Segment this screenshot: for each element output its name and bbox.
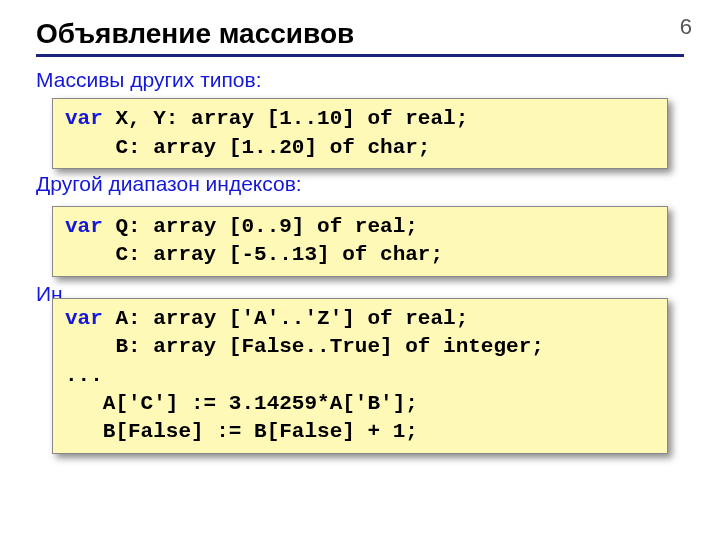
code-body-1: X, Y: array [1..10] of real; C: array [1… — [65, 107, 468, 158]
keyword-var: var — [65, 215, 103, 238]
code-block-3: var A: array ['A'..'Z'] of real; B: arra… — [52, 298, 668, 454]
page-number: 6 — [680, 14, 692, 40]
code-block-2: var Q: array [0..9] of real; C: array [-… — [52, 206, 668, 277]
code-block-1: var X, Y: array [1..10] of real; C: arra… — [52, 98, 668, 169]
code-body-3: A: array ['A'..'Z'] of real; B: array [F… — [65, 307, 544, 443]
slide-title: Объявление массивов — [36, 18, 684, 50]
section-heading-1: Массивы других типов: — [36, 67, 684, 92]
keyword-var: var — [65, 107, 103, 130]
code-body-2: Q: array [0..9] of real; C: array [-5..1… — [65, 215, 443, 266]
section-heading-2: Другой диапазон индексов: — [36, 171, 684, 196]
title-underline — [36, 54, 684, 57]
keyword-var: var — [65, 307, 103, 330]
slide: 6 Объявление массивов Массивы других тип… — [0, 0, 720, 540]
